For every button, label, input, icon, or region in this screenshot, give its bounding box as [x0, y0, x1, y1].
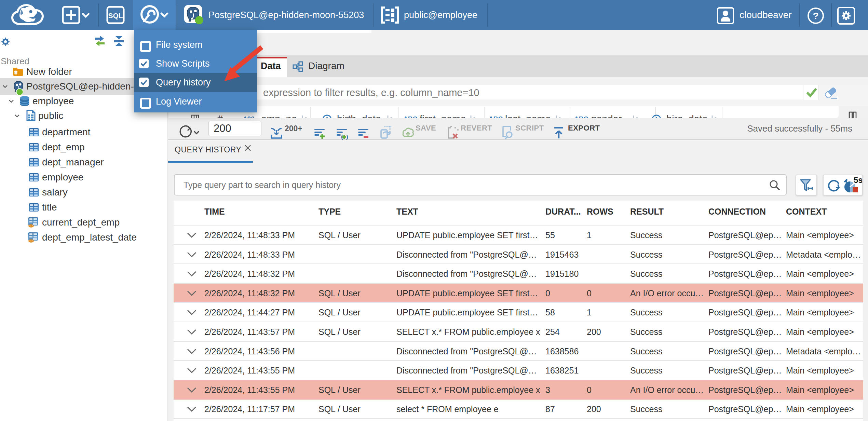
svg-text:?: ?: [813, 11, 818, 21]
svg-text:): ): [346, 134, 348, 140]
svg-text:5s: 5s: [854, 177, 862, 185]
svg-text:SQL: SQL: [108, 12, 123, 19]
